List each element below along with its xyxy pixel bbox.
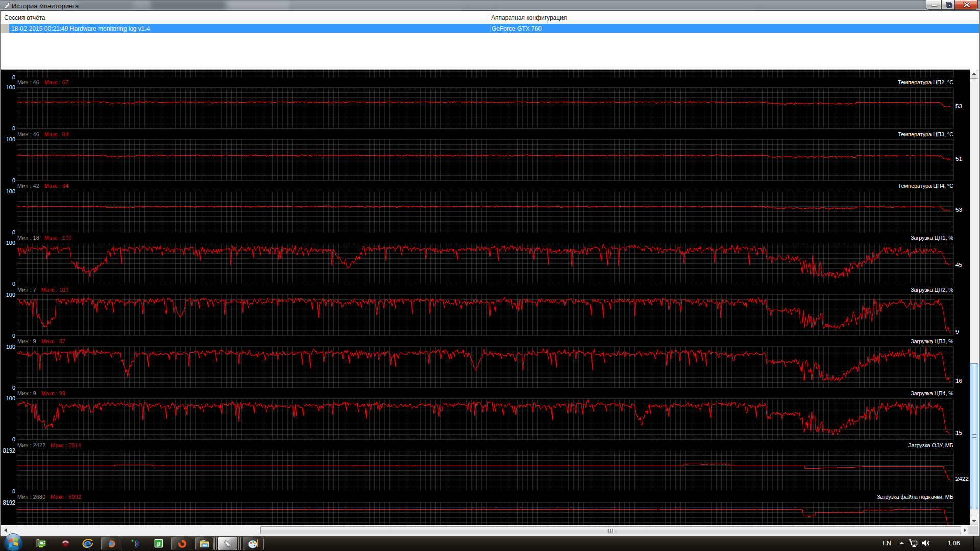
- svg-text:µ: µ: [157, 540, 161, 547]
